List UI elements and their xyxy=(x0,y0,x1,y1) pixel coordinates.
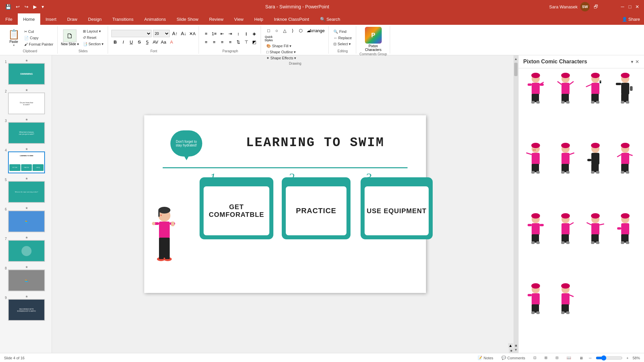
slide-thumb-9[interactable]: 9 ★ RECORDED WITHSCREENCAST-O-MATIC xyxy=(1,294,50,321)
new-slide-button[interactable]: 🗋 xyxy=(63,29,76,42)
bullet-list-button[interactable]: ≡ xyxy=(202,30,210,37)
character-card-13[interactable] xyxy=(521,282,550,318)
select-button[interactable]: ⊡ Select ▾ xyxy=(332,41,353,47)
redo-icon[interactable]: ↪ xyxy=(23,3,30,10)
shape-fill-button[interactable]: 🎨 Shape Fill ▾ xyxy=(265,43,325,49)
slide-thumb-1[interactable]: 1 ★ SWIMMING xyxy=(1,58,50,85)
cut-button[interactable]: ✂ Cut xyxy=(23,29,55,35)
slide-thumb-8[interactable]: 8 ★ 🏊 xyxy=(1,264,50,292)
character-card-10[interactable] xyxy=(551,212,580,248)
vertical-scrollbar[interactable]: ▲ ▼ xyxy=(514,55,518,353)
notes-button[interactable]: 📝 Notes xyxy=(476,355,495,361)
shape-2[interactable]: ○ xyxy=(273,27,280,34)
slide-thumb-7[interactable]: 7 ★ xyxy=(1,235,50,262)
decrease-indent-button[interactable]: ⇤ xyxy=(218,30,226,37)
character-card-5[interactable]: ♥♥ xyxy=(521,141,550,178)
character-card-2[interactable] xyxy=(551,71,580,108)
italic-button[interactable]: I xyxy=(119,38,127,46)
character-card-9[interactable] xyxy=(521,212,550,248)
close-button[interactable]: ✕ xyxy=(635,4,640,9)
find-button[interactable]: 🔍 Find xyxy=(332,29,353,35)
undo-icon[interactable]: ↩ xyxy=(14,3,21,10)
tab-view[interactable]: View xyxy=(229,13,249,25)
tab-home[interactable]: Home xyxy=(18,13,40,25)
presenter-view-button[interactable]: 🖥 xyxy=(577,355,585,361)
increase-font-button[interactable]: A↑ xyxy=(171,30,178,37)
slide-canvas[interactable]: Don't forget to stay hydrated! ♥ xyxy=(144,115,426,293)
pixton-dropdown-button[interactable]: ▾ xyxy=(631,59,633,64)
character-card-12[interactable] xyxy=(611,212,639,248)
pixton-ribbon-button[interactable]: P xyxy=(365,27,382,44)
restore-icon[interactable]: 🗗 xyxy=(592,3,600,10)
zoom-out-button[interactable]: ─ xyxy=(589,356,592,360)
paste-button[interactable]: 📋 Paste ▾ xyxy=(5,28,22,47)
change-case-button[interactable]: Aa xyxy=(160,38,167,46)
reading-view-button[interactable]: 📖 xyxy=(565,355,573,361)
slide-thumb-4[interactable]: 4 ★ LEARNING TO SWIM GET COM. PRACTICE U… xyxy=(1,146,50,174)
comments-button[interactable]: 💬 Comments xyxy=(499,355,527,361)
maximize-button[interactable]: □ xyxy=(627,4,633,9)
font-name-select[interactable] xyxy=(111,30,152,37)
normal-view-button[interactable]: ⊞ xyxy=(542,355,549,361)
shape-3[interactable]: △ xyxy=(281,27,288,34)
clear-format-button[interactable]: ✕A xyxy=(189,30,196,37)
character-card-11[interactable] xyxy=(581,212,609,248)
line-spacing-button[interactable]: ↕ xyxy=(234,30,242,37)
font-color-button[interactable]: A xyxy=(168,38,175,46)
arrange-button[interactable]: Arrange xyxy=(313,27,321,34)
slide-thumb-5[interactable]: 5 ★ What are the major swimming strokes? xyxy=(1,176,50,203)
reset-button[interactable]: ↺ Reset xyxy=(82,35,105,41)
tab-draw[interactable]: Draw xyxy=(62,13,83,25)
columns-button[interactable]: ⫿ xyxy=(243,30,250,37)
convert-smartart-button[interactable]: ◩ xyxy=(251,38,258,46)
minimize-button[interactable]: ─ xyxy=(620,4,625,9)
new-slide-label[interactable]: New Slide ▾ xyxy=(61,42,79,46)
align-left-button[interactable]: ≡ xyxy=(202,38,210,46)
user-avatar[interactable]: SW xyxy=(580,2,590,11)
tab-design[interactable]: Design xyxy=(83,13,107,25)
format-painter-button[interactable]: 🖌 Format Painter xyxy=(23,42,55,47)
underline-button[interactable]: U xyxy=(127,38,135,46)
replace-button[interactable]: ↔ Replace xyxy=(332,35,353,41)
slide-thumb-6[interactable]: 6 ★ 🏊 xyxy=(1,205,50,233)
fit-slide-button[interactable]: ⊡ xyxy=(531,355,538,361)
scroll-up-arrow[interactable]: ▲ xyxy=(514,55,518,62)
tab-animations[interactable]: Animations xyxy=(139,13,171,25)
tab-review[interactable]: Review xyxy=(204,13,229,25)
character-card-1[interactable] xyxy=(521,71,550,108)
tab-help[interactable]: Help xyxy=(249,13,269,25)
tab-inknoe[interactable]: Inknoe ClassPoint xyxy=(269,13,315,25)
slide-thumb-3[interactable]: 3 ★ What kind of placescan you go to swi… xyxy=(1,117,50,144)
more-icon[interactable]: ▾ xyxy=(40,3,45,10)
copy-button[interactable]: 📄 Copy xyxy=(23,35,55,41)
shape-outline-button[interactable]: □ Shape Outline ▾ xyxy=(265,49,325,55)
layout-button[interactable]: ⊞ Layout ▾ xyxy=(82,28,105,34)
bold-button[interactable]: B xyxy=(111,38,119,46)
shape-5[interactable]: ⬡ xyxy=(297,27,305,34)
zoom-slider[interactable] xyxy=(596,355,623,361)
share-button[interactable]: 👤 Share xyxy=(622,17,640,22)
align-right-button[interactable]: ≡ xyxy=(218,38,226,46)
save-icon[interactable]: 💾 xyxy=(4,3,12,10)
text-direction-button[interactable]: ⇅ xyxy=(234,38,242,46)
character-card-8[interactable] xyxy=(611,141,639,178)
scroll-expand-button[interactable]: ⊕ xyxy=(509,348,514,353)
character-card-6[interactable] xyxy=(551,141,580,178)
align-center-button[interactable]: ≡ xyxy=(210,38,218,46)
shadow-button[interactable]: S̲ xyxy=(144,38,151,46)
tab-slideshow[interactable]: Slide Show xyxy=(171,13,204,25)
strikethrough-button[interactable]: S xyxy=(136,38,143,46)
character-card-14[interactable] xyxy=(551,282,580,318)
shape-1[interactable]: □ xyxy=(265,27,272,34)
zoom-in-button[interactable]: + xyxy=(627,356,629,360)
tab-file[interactable]: File xyxy=(0,13,18,25)
slide-thumb-2[interactable]: 2 ★ Do you know howto swim? xyxy=(1,87,50,115)
tab-transitions[interactable]: Transitions xyxy=(107,13,139,25)
present-icon[interactable]: ▶ xyxy=(32,3,38,10)
shape-4[interactable]: ⟩ xyxy=(289,27,297,34)
increase-indent-button[interactable]: ⇥ xyxy=(226,30,234,37)
character-card-4[interactable] xyxy=(611,71,639,108)
character-card-3[interactable]: 📱 xyxy=(581,71,609,108)
slide-sorter-button[interactable]: ⊟ xyxy=(553,355,560,361)
char-spacing-button[interactable]: AV xyxy=(152,38,159,46)
